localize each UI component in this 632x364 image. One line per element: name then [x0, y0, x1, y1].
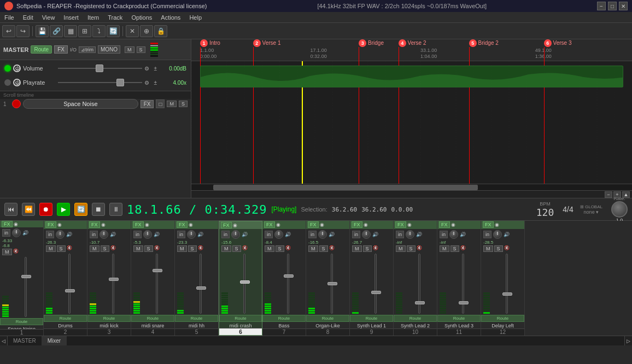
scroll-up-button[interactable]: ▲ — [622, 191, 630, 198]
ch5-fx-button[interactable]: FX — [177, 221, 188, 228]
ch9-fx-button[interactable]: FX — [352, 221, 362, 228]
ch6-fx-button[interactable]: FX — [221, 222, 232, 228]
ch5-s-button[interactable]: S — [188, 245, 197, 252]
playrate-gear[interactable]: ⚙ — [144, 80, 152, 86]
toolbar-undo[interactable]: ↩ — [2, 25, 15, 37]
ch8-fx-button[interactable]: FX — [308, 221, 319, 228]
ch9-fader-track[interactable] — [360, 254, 391, 314]
ch2-s-button[interactable]: S — [57, 245, 66, 252]
volume-power[interactable]: ⏻ — [13, 64, 21, 72]
ch11-fader-thumb[interactable] — [459, 301, 469, 304]
menu-options[interactable]: Options — [127, 12, 156, 22]
transport-skip-start[interactable]: ⏮ — [4, 203, 17, 216]
ch4-route-button[interactable]: Route — [131, 315, 174, 322]
transport-play[interactable]: ▶ — [57, 203, 70, 216]
ch7-route-button[interactable]: Route — [262, 315, 306, 322]
ch5-fader-track[interactable] — [185, 254, 216, 314]
ch5-route-button[interactable]: Route — [175, 315, 218, 322]
toolbar-save[interactable]: 💾 — [36, 25, 49, 37]
ch3-route-button[interactable]: Route — [87, 315, 131, 322]
tab-mixer[interactable]: Mixer — [42, 336, 67, 345]
ch10-fader-thumb[interactable] — [415, 301, 425, 304]
ch2-fx-button[interactable]: FX — [45, 221, 56, 228]
ch8-mute-icon[interactable]: 🔇 — [329, 245, 335, 252]
ch2-route-button[interactable]: Route — [44, 315, 87, 322]
track1-m-button[interactable]: M — [167, 101, 177, 107]
menu-edit[interactable]: Edit — [19, 12, 38, 22]
master-m-button[interactable]: M — [125, 46, 134, 53]
volume-fader[interactable] — [58, 64, 142, 73]
ch10-fx-button[interactable]: FX — [395, 221, 406, 228]
ch9-m-button[interactable]: M — [352, 245, 362, 252]
ch10-mute-icon[interactable]: 🔇 — [417, 245, 422, 252]
ch1-m-button[interactable]: M — [2, 249, 12, 255]
ch8-fader-track[interactable] — [316, 254, 347, 314]
scroll-right-button[interactable]: + — [613, 191, 621, 198]
scroll-left-button[interactable]: − — [605, 191, 612, 198]
toolbar-snap[interactable]: ⊕ — [140, 25, 153, 37]
ch11-s-button[interactable]: S — [450, 245, 459, 252]
ch5-m-button[interactable]: M — [177, 245, 187, 252]
track1-s-button[interactable]: S — [179, 101, 188, 107]
ch10-route-button[interactable]: Route — [394, 315, 437, 322]
ch7-fx-button[interactable]: FX — [264, 221, 275, 228]
toolbar-close[interactable]: ✕ — [126, 25, 139, 37]
timeline-scroll-thumb[interactable] — [213, 185, 478, 190]
ch8-fader-thumb[interactable] — [327, 282, 337, 285]
ch6-pan-knob[interactable] — [231, 230, 240, 239]
ch3-fx-button[interactable]: FX — [89, 221, 100, 228]
transport-rewind[interactable]: ⏪ — [22, 203, 35, 216]
transport-record[interactable]: ⏺ — [39, 203, 52, 216]
ch10-m-button[interactable]: M — [396, 245, 406, 252]
master-s-button[interactable]: S — [137, 46, 145, 53]
ch10-s-button[interactable]: S — [407, 245, 416, 252]
toolbar-link[interactable]: 🔗 — [50, 25, 63, 37]
minimize-button[interactable]: − — [597, 2, 606, 10]
ch11-fx-button[interactable]: FX — [439, 221, 450, 228]
ch9-route-button[interactable]: Route — [350, 315, 393, 322]
ch7-m-button[interactable]: M — [265, 245, 274, 252]
master-route-button[interactable]: Route — [31, 45, 52, 54]
ch11-route-button[interactable]: Route — [437, 315, 481, 322]
toolbar-loop[interactable]: 🔄 — [107, 25, 120, 37]
ch9-pan-knob[interactable] — [362, 230, 371, 239]
toolbar-envelope[interactable]: ⤵ — [92, 25, 106, 37]
playrate-fader[interactable] — [58, 78, 142, 87]
titlebar-controls[interactable]: − □ ✕ — [597, 2, 628, 10]
ch9-fader-thumb[interactable] — [371, 291, 381, 294]
ch8-s-button[interactable]: S — [319, 245, 328, 252]
ch12-mute-icon[interactable]: 🔇 — [504, 245, 510, 252]
ch12-pan-knob[interactable] — [493, 230, 502, 239]
toolbar-grid[interactable]: ▦ — [64, 25, 77, 37]
menu-item[interactable]: Item — [83, 12, 103, 22]
volume-led[interactable] — [4, 65, 11, 72]
master-fx-button[interactable]: FX — [54, 45, 68, 54]
ch8-route-button[interactable]: Route — [306, 315, 349, 322]
rate-knob[interactable] — [611, 201, 628, 218]
ch4-s-button[interactable]: S — [144, 245, 153, 252]
playrate-plus-minus[interactable]: ± — [154, 80, 157, 86]
ch9-s-button[interactable]: S — [363, 245, 372, 252]
ch3-fader-track[interactable] — [97, 254, 128, 314]
ch2-fader-track[interactable] — [54, 254, 85, 314]
close-button[interactable]: ✕ — [619, 2, 628, 10]
volume-plus-minus[interactable]: ± — [154, 66, 157, 72]
ch11-pan-knob[interactable] — [449, 230, 458, 239]
ch12-s-button[interactable]: S — [494, 245, 503, 252]
transport-pause[interactable]: ⏸ — [109, 203, 122, 216]
ch1-fader-track[interactable] — [10, 257, 41, 317]
ch10-fader-track[interactable] — [403, 254, 435, 314]
track1-rec-button[interactable] — [12, 99, 21, 108]
ch8-pan-knob[interactable] — [318, 230, 327, 239]
ch7-mute-icon[interactable]: 🔇 — [285, 245, 291, 252]
ch1-fx-button[interactable]: FX — [2, 221, 13, 227]
tab-master[interactable]: MASTER — [8, 336, 42, 345]
volume-gear[interactable]: ⚙ — [144, 66, 152, 72]
ch12-route-button[interactable]: Route — [481, 315, 524, 322]
timeline-scrollbar[interactable] — [191, 184, 632, 190]
menu-actions[interactable]: Actions — [156, 12, 185, 22]
ch6-mute-icon[interactable]: 🔇 — [242, 245, 248, 252]
ch1-route-button[interactable]: Route — [0, 318, 43, 325]
ch9-mute-icon[interactable]: 🔇 — [373, 245, 378, 252]
ch1-mute-icon[interactable]: 🔇 — [13, 249, 19, 255]
